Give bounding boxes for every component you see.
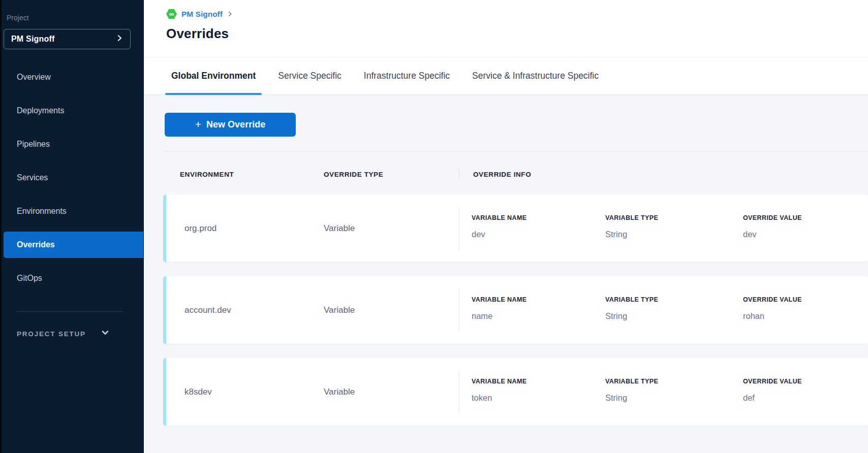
breadcrumb-project-link[interactable]: PM Signoff xyxy=(181,10,223,19)
plus-icon: + xyxy=(195,119,201,130)
override-value-value: dev xyxy=(743,230,868,239)
row-accent-bar xyxy=(163,195,166,262)
variable-name-label: VARIABLE NAME xyxy=(472,378,605,385)
column-header-environment: ENVIRONMENT xyxy=(166,171,324,178)
variable-name-label: VARIABLE NAME xyxy=(472,214,605,221)
row-environment: k8sdev xyxy=(166,358,324,426)
variable-type-label: VARIABLE TYPE xyxy=(605,378,743,385)
sidebar-item-overview[interactable]: Overview xyxy=(4,64,143,90)
variable-name-label: VARIABLE NAME xyxy=(472,296,605,303)
column-header-override-type: OVERRIDE TYPE xyxy=(324,171,459,178)
new-override-button-label: New Override xyxy=(206,119,265,130)
sidebar-item-services[interactable]: Services xyxy=(4,165,143,191)
variable-type-value: String xyxy=(605,311,743,321)
sidebar-item-deployments[interactable]: Deployments xyxy=(4,98,143,124)
variable-type-label: VARIABLE TYPE xyxy=(605,296,743,303)
variable-type-value: String xyxy=(605,393,743,403)
row-environment: account.dev xyxy=(166,276,324,344)
variable-type-value: String xyxy=(605,230,743,239)
override-value-value: def xyxy=(743,393,868,403)
variable-type-label: VARIABLE TYPE xyxy=(605,214,743,221)
table-body: org.prod Variable VARIABLE NAME dev VARI… xyxy=(163,195,868,426)
breadcrumb-chevron-icon xyxy=(227,10,233,19)
project-scope-label: Project xyxy=(7,14,143,22)
override-value-value: rohan xyxy=(743,311,868,321)
app-window: Project PM Signoff Overview Deployments … xyxy=(0,0,868,453)
page-header: ∞ PM Signoff Overrides xyxy=(144,0,868,57)
sidebar-item-overrides[interactable]: Overrides xyxy=(4,232,143,258)
row-override-type: Variable xyxy=(324,358,459,426)
row-override-info: VARIABLE NAME dev VARIABLE TYPE String O… xyxy=(459,195,868,262)
row-accent-bar xyxy=(163,358,166,426)
override-value-label: OVERRIDE VALUE xyxy=(743,378,868,385)
project-setup-toggle[interactable]: PROJECT SETUP xyxy=(2,329,143,339)
sidebar-nav: Overview Deployments Pipelines Services … xyxy=(2,49,143,292)
main-panel: ∞ PM Signoff Overrides Global Environmen… xyxy=(144,0,868,453)
row-override-info: VARIABLE NAME name VARIABLE TYPE String … xyxy=(459,276,868,344)
project-selector-value: PM Signoff xyxy=(11,35,55,44)
row-override-type: Variable xyxy=(324,195,459,262)
project-selector[interactable]: PM Signoff xyxy=(4,29,131,49)
variable-name-value: token xyxy=(472,393,605,403)
variable-name-value: name xyxy=(472,311,605,321)
row-override-info: VARIABLE NAME token VARIABLE TYPE String… xyxy=(459,358,868,426)
page-title: Overrides xyxy=(166,26,868,42)
breadcrumb: ∞ PM Signoff xyxy=(166,9,868,19)
overrides-content: + New Override ENVIRONMENT OVERRIDE TYPE… xyxy=(144,95,868,453)
chevron-right-icon xyxy=(116,35,123,44)
override-row[interactable]: account.dev Variable VARIABLE NAME name … xyxy=(163,276,868,344)
override-scope-tabs: Global Environment Service Specific Infr… xyxy=(144,57,868,95)
row-environment: org.prod xyxy=(166,195,324,262)
override-value-label: OVERRIDE VALUE xyxy=(743,214,868,221)
tab-service-specific[interactable]: Service Specific xyxy=(278,57,342,94)
column-header-override-info: OVERRIDE INFO xyxy=(459,171,531,178)
project-setup-label: PROJECT SETUP xyxy=(17,330,86,338)
cd-module-icon: ∞ xyxy=(166,9,177,19)
sidebar-item-pipelines[interactable]: Pipelines xyxy=(4,131,143,157)
override-row[interactable]: org.prod Variable VARIABLE NAME dev VARI… xyxy=(163,195,868,262)
sidebar-item-gitops[interactable]: GitOps xyxy=(4,265,143,292)
tab-infrastructure-specific[interactable]: Infrastructure Specific xyxy=(364,57,450,94)
overrides-table: ENVIRONMENT OVERRIDE TYPE OVERRIDE INFO … xyxy=(144,151,868,426)
sidebar-divider xyxy=(17,311,123,312)
tab-service-infrastructure-specific[interactable]: Service & Infrastructure Specific xyxy=(472,57,599,94)
table-header-row: ENVIRONMENT OVERRIDE TYPE OVERRIDE INFO xyxy=(163,152,868,179)
sidebar-item-environments[interactable]: Environments xyxy=(4,198,143,224)
override-value-label: OVERRIDE VALUE xyxy=(743,296,868,303)
row-accent-bar xyxy=(163,276,166,344)
new-override-button[interactable]: + New Override xyxy=(165,113,296,137)
tab-global-environment[interactable]: Global Environment xyxy=(171,57,256,94)
chevron-down-icon xyxy=(101,329,109,339)
project-sidebar: Project PM Signoff Overview Deployments … xyxy=(0,0,144,453)
override-row[interactable]: k8sdev Variable VARIABLE NAME token VARI… xyxy=(163,358,868,426)
row-override-type: Variable xyxy=(324,276,459,344)
variable-name-value: dev xyxy=(472,230,605,239)
